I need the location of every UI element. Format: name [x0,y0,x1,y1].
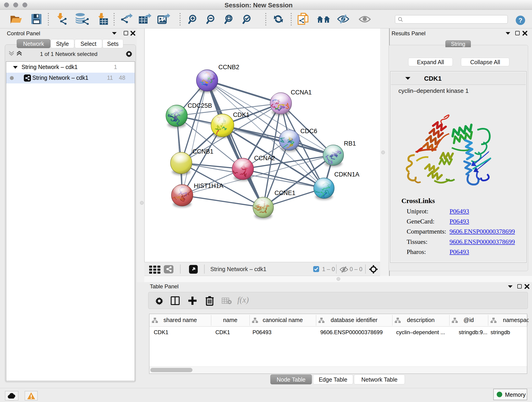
svg-text:CDC25B: CDC25B [188,102,212,109]
svg-text:RB1: RB1 [344,140,356,147]
svg-text:CDC6: CDC6 [300,128,317,134]
svg-text:CCNB2: CCNB2 [218,64,239,70]
svg-text:CCNB1: CCNB1 [192,148,214,155]
svg-text:CCNA1: CCNA1 [291,89,312,96]
svg-text:CCNA2: CCNA2 [254,155,275,162]
svg-text:CDKN1A: CDKN1A [334,171,360,178]
svg-text:CDK1: CDK1 [233,111,249,118]
svg-text:HIST1H1A: HIST1H1A [194,182,223,189]
svg-text:CCNE1: CCNE1 [274,190,296,196]
